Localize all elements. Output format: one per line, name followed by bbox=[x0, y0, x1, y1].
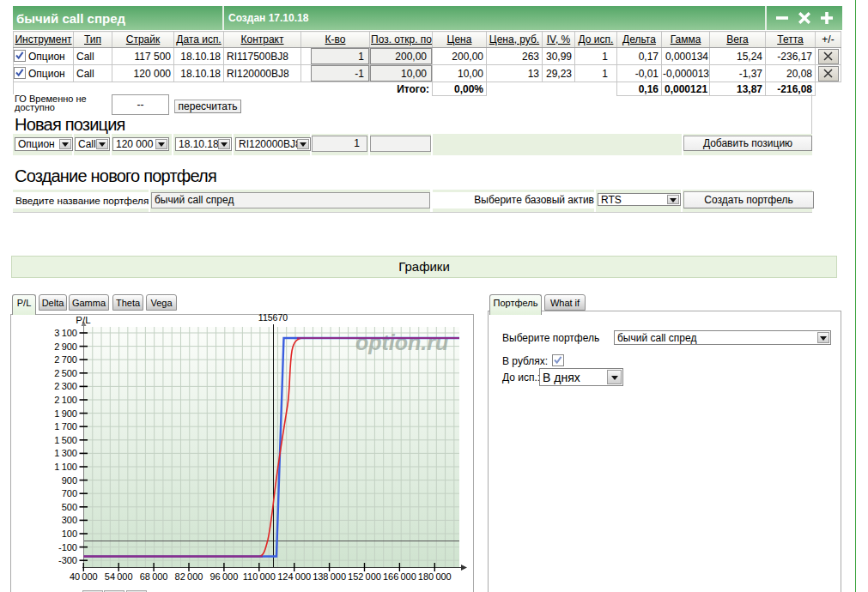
svg-text:1 700: 1 700 bbox=[54, 421, 77, 432]
svg-text:2 900: 2 900 bbox=[54, 341, 77, 352]
svg-text:138 000: 138 000 bbox=[313, 571, 346, 582]
svg-text:option.ru: option.ru bbox=[355, 330, 448, 354]
svg-text:40 000: 40 000 bbox=[70, 571, 98, 582]
svg-text:2 300: 2 300 bbox=[54, 381, 77, 391]
svg-text:54 000: 54 000 bbox=[105, 571, 133, 582]
svg-text:180 000: 180 000 bbox=[418, 571, 452, 582]
svg-text:-100: -100 bbox=[58, 542, 77, 553]
svg-text:2 100: 2 100 bbox=[54, 395, 77, 405]
svg-text:2 700: 2 700 bbox=[54, 354, 77, 365]
svg-text:1 500: 1 500 bbox=[54, 435, 77, 445]
svg-text:1 300: 1 300 bbox=[54, 448, 77, 458]
svg-text:1 100: 1 100 bbox=[54, 462, 77, 472]
svg-text:1 900: 1 900 bbox=[54, 408, 77, 419]
svg-text:100: 100 bbox=[62, 529, 77, 539]
svg-text:700: 700 bbox=[62, 488, 77, 498]
svg-text:300: 300 bbox=[62, 515, 77, 525]
svg-text:2 500: 2 500 bbox=[54, 368, 77, 378]
svg-text:124 000: 124 000 bbox=[277, 571, 311, 582]
svg-text:68 000: 68 000 bbox=[140, 571, 168, 582]
svg-text:900: 900 bbox=[62, 475, 77, 486]
svg-text:P/L: P/L bbox=[76, 315, 91, 325]
svg-text:110 000: 110 000 bbox=[243, 571, 276, 582]
svg-text:152 000: 152 000 bbox=[348, 571, 381, 582]
svg-text:3 100: 3 100 bbox=[54, 328, 77, 338]
svg-text:500: 500 bbox=[62, 502, 77, 512]
svg-text:166 000: 166 000 bbox=[383, 571, 416, 582]
svg-text:82 000: 82 000 bbox=[175, 571, 203, 582]
svg-text:-300: -300 bbox=[58, 555, 77, 565]
svg-text:96 000: 96 000 bbox=[210, 571, 239, 582]
